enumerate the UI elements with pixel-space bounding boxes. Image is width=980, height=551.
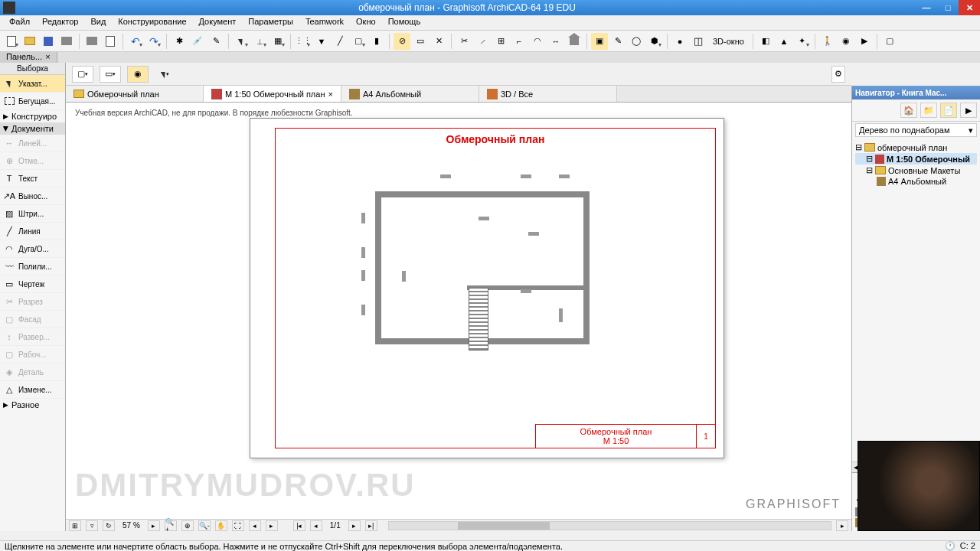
grid-tool-button[interactable]: ▦▾ xyxy=(270,33,286,50)
first-page-button[interactable]: |◂ xyxy=(293,520,305,531)
toolbox-item-0[interactable]: ↔Линей... xyxy=(0,135,65,152)
toolbox-item-13[interactable]: ◈Деталь xyxy=(0,364,65,381)
menu-construct[interactable]: Конструирование xyxy=(112,15,192,30)
orient-button[interactable]: ↻ xyxy=(103,520,115,531)
print-button[interactable] xyxy=(58,33,75,50)
scroll-right-button[interactable]: ▸ xyxy=(836,520,848,531)
attributes-button[interactable] xyxy=(102,33,119,50)
zoom-in-button[interactable]: 🔍+ xyxy=(165,520,177,531)
doc-tab-3[interactable]: 3D / Все xyxy=(479,86,617,102)
solid-ops-button[interactable] xyxy=(566,33,583,50)
group-construct[interactable]: ▶ Конструиро xyxy=(0,110,65,122)
snap-grid-button[interactable]: ⋮⋮▾ xyxy=(295,33,312,50)
suspend-button[interactable]: ⊘ xyxy=(394,33,410,50)
doc-tab-2[interactable]: А4 Альбомный xyxy=(341,86,479,102)
mt-cursor[interactable]: ▾ xyxy=(155,66,176,83)
prev-page-button[interactable]: ◂ xyxy=(310,520,322,531)
pan-button[interactable]: ✋ xyxy=(215,520,227,531)
toolbox-button[interactable]: ▢ xyxy=(881,33,898,50)
arrow-tool-button[interactable]: ▾ xyxy=(233,33,250,50)
zoom-100-button[interactable]: ⊕ xyxy=(181,520,194,531)
group-misc[interactable]: ▶ Разное xyxy=(0,399,65,411)
ungroup-button[interactable]: ✕ xyxy=(430,33,447,50)
trim-button[interactable]: ✂ xyxy=(456,33,472,50)
tree-item-master[interactable]: А4 Альбомный xyxy=(855,176,977,187)
toolbox-item-10[interactable]: ▢Фасад xyxy=(0,311,65,328)
menu-window[interactable]: Окно xyxy=(350,15,382,30)
prev-view-button[interactable]: ◂ xyxy=(249,520,261,531)
trace-ref-button[interactable]: ✎ xyxy=(609,33,626,50)
nav-view-button[interactable]: 📁 xyxy=(920,103,937,118)
pointer-tool[interactable]: Указат... xyxy=(0,75,65,93)
toolbox-item-9[interactable]: ✂Разрез xyxy=(0,293,65,311)
last-page-button[interactable]: ▸| xyxy=(365,520,377,531)
toolbox-item-5[interactable]: ╱Линия xyxy=(0,223,65,240)
tree-item-layout[interactable]: ⊟ М 1:50 Обмерочный xyxy=(855,153,977,165)
mt-settings[interactable]: ⚙ xyxy=(831,66,845,83)
tree-root[interactable]: ⊟ обмерочный план xyxy=(855,142,977,153)
snap-ref-button[interactable]: ▢▾ xyxy=(350,33,367,50)
toolbox-item-4[interactable]: ▨Штри... xyxy=(0,205,65,223)
walk-button[interactable]: 🚶 xyxy=(819,33,836,50)
fillet-button[interactable]: ◠ xyxy=(529,33,546,50)
mt-mode-1[interactable]: ▢▾ xyxy=(72,66,93,83)
group-document[interactable]: ▶ Документи xyxy=(0,122,65,135)
renovation-button[interactable]: ⬢▾ xyxy=(646,33,663,50)
view-button[interactable]: ● xyxy=(671,33,688,50)
marquee-tool[interactable]: Бегущая... xyxy=(0,93,65,110)
3d-window-button[interactable] xyxy=(690,33,707,50)
ruler-button[interactable]: ▮ xyxy=(368,33,385,50)
intersect-button[interactable]: ⌐ xyxy=(511,33,528,50)
toolbox-item-7[interactable]: 〰Полили... xyxy=(0,258,65,276)
explore-button[interactable]: ▶ xyxy=(856,33,873,50)
zoom-opts-button[interactable]: ⊞ xyxy=(69,520,81,531)
3d-proj-button[interactable]: ▲ xyxy=(776,33,792,50)
menu-params[interactable]: Параметры xyxy=(242,15,299,30)
level-tool-button[interactable]: ⟂▾ xyxy=(251,33,268,50)
quick-opts-button[interactable]: ▿ xyxy=(86,520,98,531)
h-scrollbar[interactable] xyxy=(388,521,831,530)
3d-cutaway-button[interactable]: ◧ xyxy=(757,33,774,50)
menu-view[interactable]: Вид xyxy=(84,15,112,30)
toolbox-item-12[interactable]: ▢Рабоч... xyxy=(0,346,65,364)
navigator-combo[interactable]: Дерево по поднаборам▾ xyxy=(855,123,977,137)
doc-tab-0[interactable]: Обмерочный план xyxy=(66,86,204,102)
next-view-button[interactable]: ▸ xyxy=(266,520,278,531)
toolbox-item-1[interactable]: ⊕Отме... xyxy=(0,152,65,170)
pickup-button[interactable]: ✱ xyxy=(171,33,188,50)
zoom-out-button[interactable]: 🔍- xyxy=(198,520,211,531)
tab-close-icon[interactable]: × xyxy=(328,90,333,99)
snap-line-button[interactable]: ╱ xyxy=(332,33,348,50)
toolbox-item-2[interactable]: TТекст xyxy=(0,170,65,187)
undo-button[interactable]: ▾ xyxy=(127,33,144,50)
panel-tab[interactable]: Панель...× xyxy=(0,52,57,63)
new-button[interactable]: ▾ xyxy=(3,33,20,50)
measure-button[interactable]: ✎ xyxy=(207,33,224,50)
open-button[interactable] xyxy=(21,33,38,50)
menu-teamwork[interactable]: Teamwork xyxy=(299,15,350,30)
toolbox-item-14[interactable]: △Измене... xyxy=(0,381,65,399)
plotter-button[interactable] xyxy=(83,33,100,50)
resize-button[interactable]: ↔ xyxy=(547,33,564,50)
canvas[interactable]: Учебная версия ArchiCAD, не для продажи.… xyxy=(66,103,851,519)
3d-window-label[interactable]: 3D-окно xyxy=(708,37,749,46)
3d-settings-button[interactable]: ✦▾ xyxy=(794,33,811,50)
zoom-value[interactable]: 57 % xyxy=(119,521,143,530)
toolbox-item-8[interactable]: ▭Чертеж xyxy=(0,276,65,293)
nav-project-button[interactable]: 🏠 xyxy=(900,103,917,118)
doc-tab-1[interactable]: М 1:50 Обмерочный план × xyxy=(204,86,341,102)
minimize-button[interactable]: — xyxy=(916,0,937,15)
zoom-prev-button[interactable]: ▸ xyxy=(148,520,160,531)
toolbox-item-3[interactable]: ↗AВынос... xyxy=(0,187,65,205)
adjust-button[interactable]: ⊞ xyxy=(492,33,509,50)
orbit-button[interactable]: ◉ xyxy=(838,33,854,50)
close-button[interactable]: ✕ xyxy=(959,0,980,15)
trace-button[interactable]: ▣ xyxy=(591,33,608,50)
nav-layout-button[interactable]: 📄 xyxy=(940,103,957,118)
toolbox-item-6[interactable]: ◠Дуга/О... xyxy=(0,240,65,258)
menu-document[interactable]: Документ xyxy=(193,15,243,30)
menu-file[interactable]: Файл xyxy=(3,15,36,30)
redo-button[interactable]: ▾ xyxy=(145,33,162,50)
maximize-button[interactable]: □ xyxy=(937,0,959,15)
inject-button[interactable]: 💉 xyxy=(189,33,206,50)
